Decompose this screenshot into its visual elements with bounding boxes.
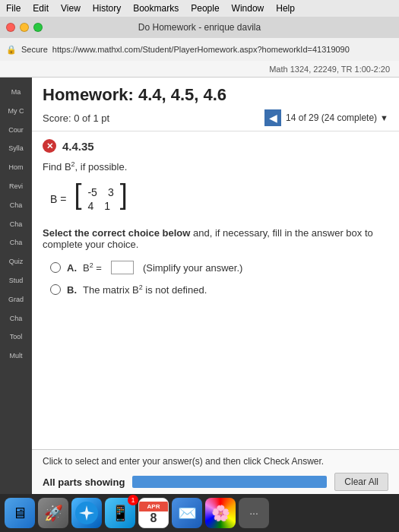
menu-people[interactable]: People: [191, 3, 219, 14]
choice-a-radio[interactable]: [50, 262, 61, 273]
menu-bookmarks[interactable]: Bookmarks: [133, 3, 179, 14]
photos-icon[interactable]: 🌸: [205, 498, 236, 528]
traffic-lights: [6, 23, 43, 32]
matrix-values: -5 3 4 1: [83, 183, 118, 215]
choice-a-text-before: B2 =: [83, 261, 102, 274]
url-display[interactable]: https://www.mathxl.com/Student/PlayerHom…: [52, 45, 350, 54]
launchpad-icon[interactable]: 🚀: [38, 498, 68, 528]
matrix-row: B = [ -5 3 4 1: [50, 183, 388, 215]
notification-badge: 1: [128, 495, 138, 505]
close-problem-button[interactable]: ✕: [43, 139, 56, 153]
more-apps-icon[interactable]: ···: [239, 498, 269, 528]
sidebar-item-grad[interactable]: Grad: [0, 291, 32, 309]
sidebar-item-myc[interactable]: My C: [0, 103, 32, 120]
prev-problem-button[interactable]: ◀: [264, 109, 281, 126]
sidebar-item-tool[interactable]: Tool: [0, 328, 32, 346]
app-store-icon[interactable]: 📱 1: [105, 498, 135, 528]
menu-history[interactable]: History: [93, 3, 121, 14]
answer-choices: A. B2 = (Simplify your answer.) B. The m…: [43, 261, 388, 296]
sidebar-item-cha4[interactable]: Cha: [0, 310, 32, 328]
calendar-month: APR: [139, 502, 168, 511]
calendar-icon[interactable]: APR 8: [138, 498, 169, 528]
progress-value: 14 of 29 (24 complete): [286, 112, 377, 123]
sidebar-item-cha3[interactable]: Cha: [0, 234, 32, 252]
progress-bar: [132, 476, 327, 488]
close-button[interactable]: [6, 23, 15, 32]
progress-text: 14 of 29 (24 complete) ▼: [286, 112, 388, 123]
left-bracket-icon: [: [74, 183, 81, 215]
score-label: Score: 0 of 1 pt: [43, 112, 109, 124]
matrix-row1: -5 3: [87, 186, 113, 198]
menu-window[interactable]: Window: [232, 3, 264, 14]
safari-icon[interactable]: [71, 498, 102, 528]
choice-a-row: A. B2 = (Simplify your answer.): [50, 261, 388, 274]
taskbar: 🖥 🚀 📱 1 APR 8 ✉️ 🌸 ···: [0, 494, 399, 532]
problem-id-row: ✕ 4.4.35: [43, 139, 388, 153]
sidebar-item-stud[interactable]: Stud: [0, 272, 32, 290]
homework-title: Homework: 4.4, 4.5, 4.6: [43, 85, 388, 105]
problem-id: 4.4.35: [62, 140, 94, 153]
matrix-section: B = [ -5 3 4 1: [43, 183, 388, 215]
finder-icon[interactable]: 🖥: [5, 498, 35, 528]
menu-view[interactable]: View: [61, 3, 81, 14]
menu-help[interactable]: Help: [276, 3, 295, 14]
sidebar-item-cour[interactable]: Cour: [0, 122, 32, 139]
bottom-instruction: Click to select and enter your answer(s)…: [43, 456, 388, 467]
choice-b-label: B.: [67, 284, 77, 296]
menu-file[interactable]: File: [6, 3, 21, 14]
parts-label: All parts showing: [43, 477, 125, 488]
sidebar-item-quiz[interactable]: Quiz: [0, 253, 32, 271]
lock-icon: 🔒: [6, 45, 17, 55]
matrix-r2c1: 4: [87, 200, 93, 212]
sidebar-item-hom[interactable]: Hom: [0, 159, 32, 176]
bottom-controls: All parts showing Clear All: [43, 473, 388, 491]
sidebar-item-sylla[interactable]: Sylla: [0, 140, 32, 157]
matrix-bracket-container: [ -5 3 4 1 ]: [74, 183, 127, 215]
choice-b-row: B. The matrix B2 is not defined.: [50, 283, 388, 296]
problem-question: Find B2, if possible.: [43, 160, 388, 173]
choice-a-text-after: (Simplify your answer.): [143, 262, 242, 274]
bottom-bar: Click to select and enter your answer(s)…: [32, 449, 399, 497]
maximize-button[interactable]: [33, 23, 43, 32]
content-area: Homework: 4.4, 4.5, 4.6 Score: 0 of 1 pt…: [32, 78, 399, 532]
sidebar-item-ma[interactable]: Ma: [0, 84, 32, 101]
url-bar: 🔒 Secure https://www.mathxl.com/Student/…: [0, 38, 399, 61]
progress-dropdown-icon[interactable]: ▼: [380, 113, 388, 122]
choice-b-text: The matrix B2 is not defined.: [83, 283, 207, 296]
calendar-day: 8: [150, 511, 157, 525]
protocol-label: Secure: [21, 45, 48, 54]
sidebar-item-mult[interactable]: Mult: [0, 347, 32, 365]
score-nav-row: Score: 0 of 1 pt ◀ 14 of 29 (24 complete…: [43, 109, 388, 126]
hw-title-section: Homework: 4.4, 4.5, 4.6 Score: 0 of 1 pt…: [32, 78, 399, 131]
problem-section: ✕ 4.4.35 Find B2, if possible. B = [ -5: [32, 131, 399, 449]
mail-icon[interactable]: ✉️: [172, 498, 202, 528]
matrix-r1c1: -5: [87, 186, 97, 198]
clear-all-button[interactable]: Clear All: [334, 473, 388, 491]
window-title: Do Homework - enrique davila: [138, 22, 261, 33]
course-header: Math 1324, 22249, TR 1:00-2:20: [0, 61, 399, 78]
matrix-r1c2: 3: [108, 186, 114, 198]
right-bracket-icon: ]: [120, 183, 128, 215]
nav-badge: ◀ 14 of 29 (24 complete) ▼: [264, 109, 388, 126]
menu-bar: File Edit View History Bookmarks People …: [0, 0, 399, 17]
sidebar: Ma My C Cour Sylla Hom Revi Cha Cha Cha …: [0, 78, 32, 532]
title-bar: Do Homework - enrique davila: [0, 17, 399, 38]
main-layout: Ma My C Cour Sylla Hom Revi Cha Cha Cha …: [0, 78, 399, 532]
instruction-text: Select the correct choice below and, if …: [43, 227, 388, 250]
matrix-r2c2: 1: [104, 200, 110, 212]
matrix-label: B =: [50, 193, 66, 205]
choice-a-input[interactable]: [111, 261, 134, 274]
minimize-button[interactable]: [20, 23, 29, 32]
sidebar-item-revi[interactable]: Revi: [0, 178, 32, 195]
choice-b-radio[interactable]: [50, 284, 61, 295]
menu-edit[interactable]: Edit: [33, 3, 49, 14]
choice-a-label: A.: [67, 262, 77, 274]
sidebar-item-cha2[interactable]: Cha: [0, 216, 32, 233]
sidebar-item-cha1[interactable]: Cha: [0, 197, 32, 214]
matrix-row2: 4 1: [87, 200, 113, 212]
course-info: Math 1324, 22249, TR 1:00-2:20: [269, 65, 390, 74]
